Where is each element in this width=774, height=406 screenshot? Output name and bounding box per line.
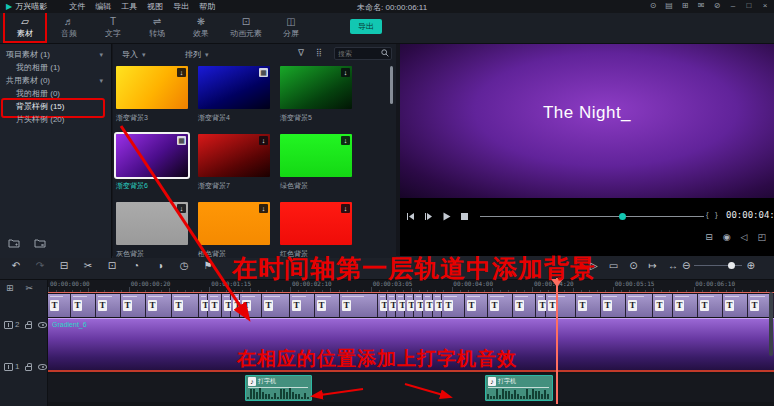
fullscreen-icon[interactable]: ◰: [757, 232, 766, 242]
sidebar-item-4[interactable]: 背景样例 (15): [0, 100, 111, 113]
lock-icon[interactable]: [25, 324, 32, 329]
text-clip-3[interactable]: T: [121, 294, 146, 317]
seek-knob[interactable]: [619, 213, 626, 220]
tab-分屏[interactable]: ◫分屏: [276, 17, 306, 39]
text-clip-16[interactable]: T: [387, 294, 396, 317]
text-clip-25[interactable]: T: [513, 294, 536, 317]
seek-track[interactable]: [480, 216, 704, 217]
search-input[interactable]: [335, 50, 381, 57]
filter-icon[interactable]: ∇: [298, 48, 304, 58]
duration-icon[interactable]: ◷: [178, 260, 190, 271]
lock-icon[interactable]: [25, 366, 32, 371]
tab-效果[interactable]: ❋效果: [186, 17, 216, 39]
media-thumb-渐变背景6[interactable]: ▦: [116, 134, 188, 177]
eye-icon[interactable]: [38, 364, 47, 370]
delete-icon[interactable]: ⊟: [58, 260, 70, 271]
media-thumb-渐变背景5[interactable]: ↓: [280, 66, 352, 109]
seek-bar[interactable]: [480, 211, 704, 221]
text-clip-15[interactable]: T: [378, 294, 387, 317]
menu-item-5[interactable]: 帮助: [199, 1, 215, 12]
text-clip-5[interactable]: T: [172, 294, 199, 317]
close-button[interactable]: ×: [760, 1, 770, 10]
image-badge-icon[interactable]: ▦: [177, 136, 186, 145]
text-clip-12[interactable]: T: [290, 294, 315, 317]
text-clip-22[interactable]: T: [442, 294, 465, 317]
text-clip-26[interactable]: T: [536, 294, 546, 317]
tab-音频[interactable]: ♬音频: [54, 17, 84, 39]
text-clip-28[interactable]: T: [576, 294, 601, 317]
tab-动画元素[interactable]: ⊡动画元素: [230, 17, 262, 39]
user-icon[interactable]: ⊙: [648, 1, 658, 10]
prev-frame-button[interactable]: [402, 211, 418, 221]
text-clip-29[interactable]: T: [601, 294, 626, 317]
search-icon[interactable]: [381, 49, 389, 59]
delete-folder-icon[interactable]: [34, 234, 46, 252]
cart-icon[interactable]: ▤: [664, 1, 674, 10]
download-badge-icon[interactable]: ↓: [341, 136, 350, 145]
text-clip-7[interactable]: T: [208, 294, 222, 317]
zoom-slider[interactable]: [694, 265, 742, 266]
menu-item-4[interactable]: 导出: [173, 1, 189, 12]
text-clip-32[interactable]: T: [673, 294, 698, 317]
media-thumb-渐变背景3[interactable]: ↓: [116, 66, 188, 109]
download-badge-icon[interactable]: ↓: [259, 204, 268, 213]
zoom-slider-knob[interactable]: [728, 262, 735, 269]
image-badge-icon[interactable]: ▦: [259, 68, 268, 77]
media-thumb-红色背景[interactable]: ↓: [280, 202, 352, 245]
text-clip-24[interactable]: T: [488, 294, 513, 317]
render-range-icon[interactable]: { }: [706, 210, 720, 219]
mail-icon[interactable]: ✉: [696, 1, 706, 10]
playhead-line[interactable]: [556, 278, 558, 404]
mic-icon[interactable]: ⊘: [712, 1, 722, 10]
next-frame-button[interactable]: [420, 211, 436, 221]
mute-icon[interactable]: ◁: [741, 232, 748, 242]
download-badge-icon[interactable]: ↓: [341, 204, 350, 213]
media-thumb-橙色背景[interactable]: ↓: [198, 202, 270, 245]
menu-item-3[interactable]: 视图: [147, 1, 163, 12]
text-clip-1[interactable]: T: [71, 294, 96, 317]
tab-文字[interactable]: T文字: [98, 17, 128, 39]
text-clip-19[interactable]: T: [414, 294, 423, 317]
menu-item-1[interactable]: 编辑: [95, 1, 111, 12]
speed-icon[interactable]: ◔: [130, 260, 142, 271]
text-clip-11[interactable]: T: [262, 294, 290, 317]
zoom-in-icon[interactable]: ⊕: [746, 260, 754, 271]
text-clip-8[interactable]: T: [222, 294, 231, 317]
grid-view-icon[interactable]: ⣿: [316, 48, 321, 57]
zoom-out-icon[interactable]: ⊖: [682, 260, 690, 271]
tab-素材[interactable]: ▱素材: [10, 17, 40, 39]
voiceover-icon[interactable]: ⊙: [629, 260, 637, 271]
add-to-track-icon[interactable]: ↦: [649, 260, 657, 271]
text-clip-30[interactable]: T: [626, 294, 653, 317]
snapshot-icon[interactable]: ◉: [723, 232, 731, 242]
text-clip-9[interactable]: T: [231, 294, 240, 317]
text-clip-10[interactable]: T: [240, 294, 262, 317]
fit-timeline-icon[interactable]: ↔: [668, 260, 678, 271]
download-badge-icon[interactable]: ↓: [341, 68, 350, 77]
minimize-button[interactable]: –: [728, 1, 738, 10]
play-button[interactable]: [438, 211, 454, 221]
export-button[interactable]: 导出: [350, 19, 382, 34]
undo-icon[interactable]: ↶: [10, 260, 22, 271]
text-clip-0[interactable]: T: [48, 294, 71, 317]
media-scrollbar[interactable]: [390, 66, 393, 104]
eye-icon[interactable]: [38, 322, 47, 328]
maximize-button[interactable]: □: [744, 1, 754, 10]
split-icon[interactable]: ✂: [82, 260, 94, 271]
display-setting-icon[interactable]: ⊟: [705, 232, 713, 242]
download-badge-icon[interactable]: ↓: [259, 136, 268, 145]
text-clip-13[interactable]: T: [315, 294, 340, 317]
download-badge-icon[interactable]: ↓: [177, 204, 186, 213]
crop-icon[interactable]: ⊡: [106, 260, 118, 271]
menu-item-2[interactable]: 工具: [121, 1, 137, 12]
store-icon[interactable]: ⊞: [680, 1, 690, 10]
text-clip-33[interactable]: T: [698, 294, 723, 317]
redo-icon[interactable]: ↷: [34, 260, 46, 271]
media-thumb-绿色背景[interactable]: ↓: [280, 134, 352, 177]
text-clip-17[interactable]: T: [396, 294, 405, 317]
sidebar-item-2[interactable]: 共用素材 (0)▾: [0, 74, 111, 87]
text-clip-14[interactable]: T: [340, 294, 378, 317]
record-screen-icon[interactable]: ▭: [609, 260, 618, 271]
sort-dropdown[interactable]: 排列▾: [185, 49, 209, 60]
media-thumb-渐变背景7[interactable]: ↓: [198, 134, 270, 177]
